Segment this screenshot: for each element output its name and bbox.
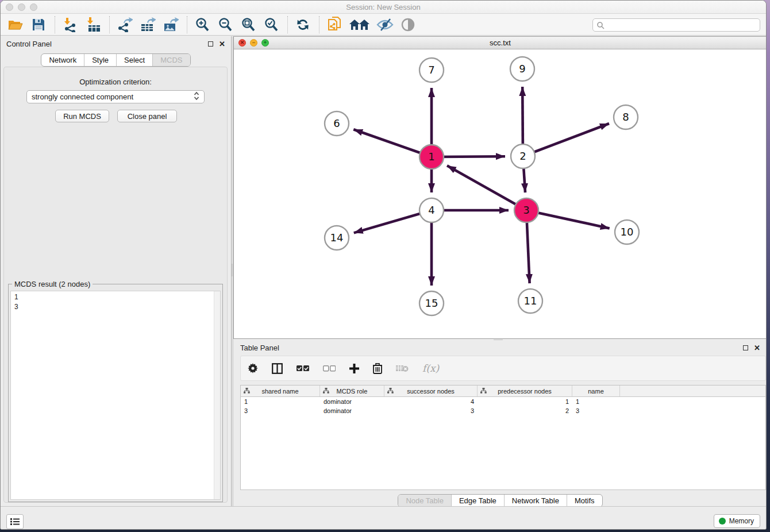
graph-node-label: 6 <box>333 117 340 129</box>
table-body: 1dominator4113dominator323 <box>241 397 765 415</box>
float-table-panel-icon[interactable] <box>743 345 748 350</box>
tab-network[interactable]: Network <box>41 54 84 66</box>
toolbar-separator <box>287 16 288 33</box>
close-panel-icon[interactable]: ✕ <box>219 40 225 48</box>
table-type-tabs: Node TableEdge TableNetwork TableMotifs <box>398 494 602 507</box>
hide-selected-eye-icon[interactable] <box>376 16 394 34</box>
network-window-titlebar[interactable]: ✕ − + scc.txt <box>234 37 767 49</box>
delete-column-trash-icon[interactable] <box>373 363 382 374</box>
column-header-predecessor-nodes[interactable]: predecessor nodes <box>478 385 572 396</box>
toolbar-separator <box>187 16 187 33</box>
zoom-fit-icon[interactable] <box>239 16 257 34</box>
memory-status-icon <box>719 518 726 525</box>
result-scrollbar[interactable] <box>214 291 220 499</box>
node-table[interactable]: shared nameMCDS rolesuccessor nodesprede… <box>240 385 766 490</box>
table-cell[interactable]: 2 <box>478 407 572 414</box>
main-toolbar <box>1 14 766 36</box>
toolbar-separator <box>109 16 110 33</box>
float-panel-icon[interactable] <box>208 41 213 47</box>
network-canvas[interactable]: 1234678910111415 <box>234 49 767 338</box>
table-cell[interactable]: 1 <box>478 398 572 405</box>
table-cell[interactable]: dominator <box>320 398 384 405</box>
graph-node-label: 3 <box>523 204 529 216</box>
selected-criterion: strongly connected component <box>32 92 133 101</box>
edge-3-1[interactable] <box>447 165 526 210</box>
memory-button[interactable]: Memory <box>714 514 760 528</box>
show-columns-icon[interactable] <box>272 363 283 374</box>
show-selected-eye-icon[interactable] <box>399 16 417 34</box>
search-field[interactable] <box>592 18 760 32</box>
table-cell[interactable]: 4 <box>384 398 478 405</box>
graph-node-label: 10 <box>621 226 634 238</box>
export-image-icon[interactable] <box>161 16 180 34</box>
export-network-icon[interactable] <box>116 16 134 34</box>
edge-3-10[interactable] <box>526 210 610 228</box>
network-file-title: scc.txt <box>234 38 767 47</box>
column-header-name[interactable]: name <box>572 385 620 396</box>
mcds-result-title: MCDS result (2 nodes) <box>12 280 93 288</box>
network-view-window: ✕ − + scc.txt 1234678910111415 <box>233 36 767 339</box>
table-row[interactable]: 1dominator411 <box>241 397 765 406</box>
copy-style-icon[interactable] <box>325 16 344 34</box>
zoom-in-icon[interactable] <box>193 16 211 34</box>
graph-node-label: 9 <box>519 63 525 75</box>
control-panel-header: Control Panel ✕ <box>1 36 231 51</box>
add-column-icon[interactable] <box>349 364 359 373</box>
list-icon <box>10 518 20 526</box>
refresh-icon[interactable] <box>294 16 312 34</box>
import-network-icon[interactable] <box>61 16 79 34</box>
close-table-panel-icon[interactable]: ✕ <box>754 344 760 352</box>
open-folder-icon[interactable] <box>6 16 25 34</box>
deselect-all-rows-icon[interactable] <box>323 365 336 372</box>
memory-label: Memory <box>729 517 754 525</box>
table-cell[interactable]: 3 <box>572 407 620 414</box>
table-panel-title: Table Panel <box>240 344 279 352</box>
toolbar-separator <box>319 16 319 33</box>
mcds-result-node: 3 <box>14 302 220 312</box>
table-settings-gear-icon[interactable] <box>248 363 258 373</box>
divider-handle[interactable] <box>232 264 233 276</box>
tab-node-table[interactable]: Node Table <box>398 495 451 507</box>
status-bar: Memory <box>1 506 766 530</box>
delete-table-icon-disabled <box>396 364 409 372</box>
table-cell[interactable]: 3 <box>384 407 478 414</box>
run-mcds-button[interactable]: Run MCDS <box>55 110 109 122</box>
graph-node-label: 2 <box>519 150 526 162</box>
optimization-criterion-select[interactable]: strongly connected component <box>26 90 205 103</box>
network-graph[interactable]: 1234678910111415 <box>234 49 767 339</box>
function-builder-icon: f(x) <box>422 363 439 374</box>
select-stepper-icon <box>194 91 199 102</box>
zoom-selected-icon[interactable] <box>262 16 280 34</box>
table-header-row: shared nameMCDS rolesuccessor nodesprede… <box>241 385 765 397</box>
table-cell[interactable]: dominator <box>320 407 384 414</box>
zoom-out-icon[interactable] <box>216 16 234 34</box>
close-panel-button[interactable]: Close panel <box>117 110 177 122</box>
application-window: Session: New Session <box>0 0 767 530</box>
import-table-icon[interactable] <box>84 16 102 34</box>
column-header-shared-name[interactable]: shared name <box>241 385 320 396</box>
column-header-MCDS-role[interactable]: MCDS role <box>320 385 384 396</box>
mcds-result-group: MCDS result (2 nodes) 13 <box>8 284 223 502</box>
save-icon[interactable] <box>29 16 48 34</box>
task-history-button[interactable] <box>6 514 24 529</box>
table-cell[interactable]: 1 <box>572 398 620 405</box>
column-header-successor-nodes[interactable]: successor nodes <box>384 385 478 396</box>
select-all-rows-icon[interactable] <box>297 365 309 372</box>
table-cell[interactable]: 3 <box>241 407 320 414</box>
edge-2-8[interactable] <box>523 124 609 156</box>
mcds-result-list[interactable]: 13 <box>10 291 221 500</box>
tab-select[interactable]: Select <box>116 54 152 66</box>
tab-edge-table[interactable]: Edge Table <box>451 495 504 507</box>
table-panel: Table Panel ✕ <box>233 340 767 506</box>
graph-node-label: 7 <box>428 64 434 76</box>
control-panel: Control Panel ✕ NetworkStyleSelectMCDS O… <box>1 36 231 506</box>
tab-motifs[interactable]: Motifs <box>567 495 602 507</box>
table-row[interactable]: 3dominator323 <box>241 406 765 415</box>
tab-mcds[interactable]: MCDS <box>152 54 190 66</box>
search-input[interactable] <box>605 21 760 29</box>
tab-network-table[interactable]: Network Table <box>504 495 567 507</box>
tab-style[interactable]: Style <box>84 54 116 66</box>
export-table-icon[interactable] <box>138 16 157 34</box>
home-layout-icon[interactable] <box>348 16 371 34</box>
table-cell[interactable]: 1 <box>241 398 320 405</box>
